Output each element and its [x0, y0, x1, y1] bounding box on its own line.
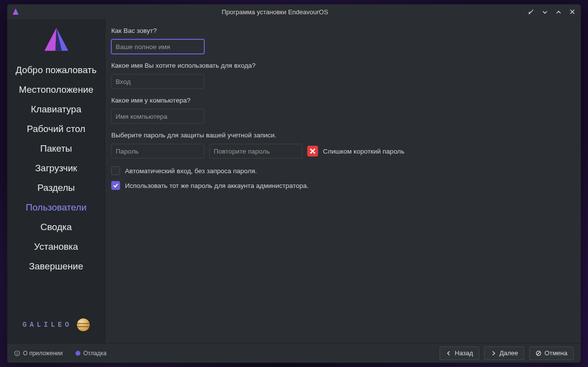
close-button[interactable] [568, 7, 577, 16]
reuse-admin-password-checkbox[interactable] [111, 181, 120, 190]
info-icon [14, 350, 20, 356]
app-icon [11, 7, 20, 16]
reuse-admin-password-label: Использовать тот же пароль для аккаунта … [125, 182, 309, 189]
chevron-left-icon [446, 350, 452, 356]
minimize-button[interactable] [540, 7, 549, 16]
step-partitions[interactable]: Разделы [7, 178, 105, 198]
maximize-button[interactable] [554, 7, 563, 16]
error-icon [307, 146, 318, 157]
step-keyboard[interactable]: Клавиатура [7, 100, 105, 119]
cancel-button[interactable]: Отмена [529, 346, 574, 360]
step-packages[interactable]: Пакеты [7, 139, 105, 158]
debug-link[interactable]: Отладка [75, 350, 106, 357]
installer-window: Программа установки EndeavourOS [7, 4, 581, 363]
step-finish[interactable]: Завершение [7, 257, 105, 276]
svg-rect-1 [17, 353, 17, 355]
autologin-label: Автоматический вход, без запроса пароля. [125, 167, 257, 175]
password-repeat-input[interactable] [209, 144, 302, 158]
autologin-checkbox[interactable] [111, 166, 120, 175]
sidebar: Добро пожаловать Местоположение Клавиату… [7, 19, 105, 343]
step-desktop[interactable]: Рабочий стол [7, 119, 105, 139]
minimize-icon[interactable] [527, 7, 536, 16]
step-list: Добро пожаловать Местоположение Клавиату… [7, 58, 105, 276]
hostname-label: Какое имя у компьютера? [111, 97, 571, 104]
svg-rect-2 [17, 352, 17, 352]
release-branding: GALILEO [7, 318, 105, 343]
login-label: Какое имя Вы хотите использовать для вхо… [111, 62, 571, 69]
password-label: Выберите пароль для защиты вашей учетной… [111, 131, 571, 139]
cancel-icon [536, 350, 541, 356]
step-users[interactable]: Пользователи [7, 198, 105, 217]
step-install[interactable]: Установка [7, 237, 105, 257]
step-bootloader[interactable]: Загрузчик [7, 158, 105, 178]
fullname-label: Как Вас зовут? [111, 27, 571, 34]
release-name: GALILEO [23, 321, 72, 329]
footer-bar: О приложении Отладка Назад Далее Отмена [7, 343, 581, 363]
about-link[interactable]: О приложении [14, 350, 63, 357]
password-error-text: Слишком короткий пароль [323, 148, 404, 155]
users-page: Как Вас зовут? Какое имя Вы хотите испол… [105, 19, 581, 343]
back-button[interactable]: Назад [440, 346, 479, 360]
step-summary[interactable]: Сводка [7, 217, 105, 237]
login-input[interactable] [111, 74, 204, 89]
step-location[interactable]: Местоположение [7, 80, 105, 100]
window-title: Программа установки EndeavourOS [23, 8, 527, 16]
titlebar: Программа установки EndeavourOS [7, 4, 581, 19]
chevron-right-icon [490, 350, 496, 356]
step-welcome[interactable]: Добро пожаловать [7, 60, 105, 80]
password-input[interactable] [111, 144, 204, 158]
fullname-input[interactable] [111, 39, 204, 54]
next-button[interactable]: Далее [484, 346, 524, 360]
planet-icon [77, 318, 90, 331]
distro-logo [7, 19, 105, 58]
hostname-input[interactable] [111, 109, 204, 124]
dot-icon [75, 351, 80, 356]
